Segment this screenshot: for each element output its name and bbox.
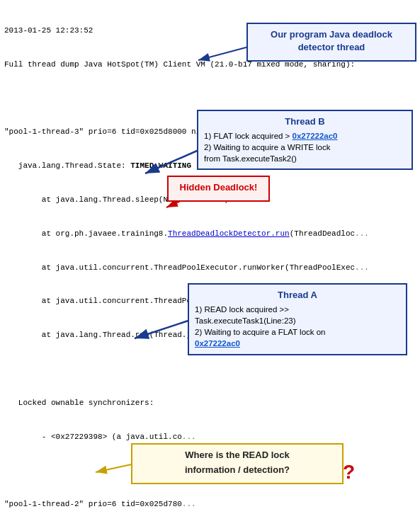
code-content: 2013-01-25 12:23:52 Full thread dump Jav… <box>0 0 420 509</box>
question-mark-icon: ? <box>343 458 355 486</box>
annotation-thread-b-title: Thread B <box>204 115 406 128</box>
annotation-our-program: Our program Java deadlock detector threa… <box>246 23 416 62</box>
annotation-read-lock: Where is the READ lock information / det… <box>131 443 344 484</box>
annotation-thread-a-title: Thread A <box>195 289 400 302</box>
annotation-read-lock-line1: Where is the READ lock <box>138 449 336 462</box>
annotation-our-program-title: Our program Java deadlock detector threa… <box>254 28 409 54</box>
annotation-thread-b: Thread B 1) FLAT lock acquired > 0x27222… <box>197 110 413 170</box>
annotation-thread-a: Thread A 1) READ lock acquired >> Task.e… <box>188 283 407 355</box>
annotation-read-lock-line2: information / detection? <box>138 464 336 476</box>
annotation-hidden-deadlock-label: Hidden Deadlock! <box>174 181 263 194</box>
annotation-hidden-deadlock: Hidden Deadlock! <box>167 176 270 202</box>
thread2-header: "pool-1-thread-2" prio=6 tid=0x025d780..… <box>4 499 416 509</box>
